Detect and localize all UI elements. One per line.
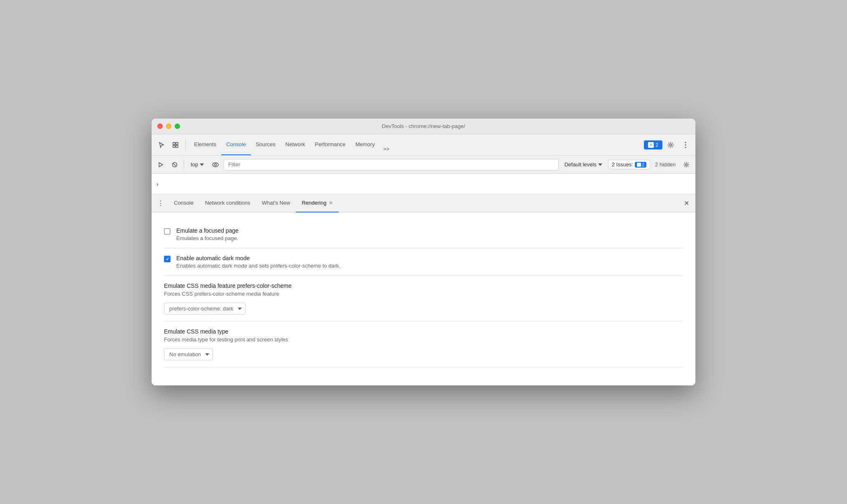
secondary-toolbar-divider (184, 160, 184, 170)
tab-sources[interactable]: Sources (251, 134, 281, 155)
maximize-button[interactable] (175, 124, 180, 129)
more-tabs-button[interactable]: >> (380, 142, 393, 155)
toolbar-divider (185, 139, 186, 151)
svg-rect-2 (173, 145, 175, 147)
auto-dark-mode-checkbox[interactable] (164, 256, 171, 262)
gear-icon (667, 142, 674, 148)
auto-dark-mode-description: Enables automatic dark mode and sets pre… (176, 263, 340, 269)
minimize-button[interactable] (166, 124, 171, 129)
prefers-color-scheme-section: Emulate CSS media feature prefers-color-… (164, 276, 683, 322)
svg-point-13 (686, 163, 687, 165)
media-type-title: Emulate CSS media type (164, 328, 683, 335)
issues-text: 2 Issues: (612, 161, 633, 168)
issues-badge[interactable]: 2 (644, 140, 662, 149)
hidden-count: 2 hidden (653, 161, 678, 168)
settings-button[interactable] (664, 138, 677, 152)
close-panel-button[interactable]: ✕ (681, 198, 692, 209)
svg-point-12 (215, 163, 217, 166)
titlebar: DevTools - chrome://new-tab-page/ (152, 119, 695, 134)
levels-chevron-icon (598, 163, 602, 166)
prefers-color-scheme-title: Emulate CSS media feature prefers-color-… (164, 282, 683, 289)
svg-rect-3 (176, 145, 178, 147)
bottom-tab-console[interactable]: Console (168, 194, 199, 212)
drawer-menu-button[interactable]: ⋮ (155, 198, 166, 209)
bottom-tabs-bar: ⋮ Console Network conditions What's New … (152, 194, 695, 212)
media-type-section: Emulate CSS media type Forces media type… (164, 322, 683, 367)
bottom-tab-rendering[interactable]: Rendering ✕ (296, 194, 339, 212)
badge-icon (637, 163, 641, 167)
console-prompt[interactable]: › (157, 181, 159, 187)
eye-icon (212, 162, 219, 167)
close-button[interactable] (157, 124, 163, 129)
console-gear-icon (683, 162, 689, 168)
context-selector[interactable]: top (187, 160, 207, 169)
tab-network[interactable]: Network (281, 134, 310, 155)
traffic-lights (157, 124, 180, 129)
bottom-tab-whats-new-label: What's New (262, 200, 290, 206)
main-toolbar: Elements Console Sources Network Perform… (152, 134, 695, 156)
devtools-window: DevTools - chrome://new-tab-page/ Elemen… (152, 119, 695, 385)
default-levels-label: Default levels (564, 161, 597, 168)
default-levels-button[interactable]: Default levels (561, 160, 606, 169)
rendering-content: Emulate a focused page Emulates a focuse… (152, 212, 695, 385)
tab-elements[interactable]: Elements (189, 134, 221, 155)
bottom-tab-network-conditions-label: Network conditions (205, 200, 250, 206)
svg-point-5 (685, 142, 686, 143)
block-icon (172, 162, 178, 168)
issues-count: 2 (655, 142, 658, 148)
play-icon (158, 162, 164, 168)
issues-badge-count: 2 (642, 162, 644, 167)
prefers-color-scheme-description: Forces CSS prefers-color-scheme media fe… (164, 291, 683, 297)
filter-input[interactable] (224, 159, 559, 170)
emulate-focused-text: Emulate a focused page Emulates a focuse… (176, 227, 239, 241)
bottom-tab-whats-new[interactable]: What's New (256, 194, 296, 212)
cursor-icon (158, 142, 165, 148)
emulate-focused-description: Emulates a focused page. (176, 235, 239, 241)
console-area: › (152, 174, 695, 194)
toolbar-right: 2 (644, 138, 692, 152)
emulate-focused-option: Emulate a focused page Emulates a focuse… (164, 221, 683, 248)
svg-point-4 (670, 144, 672, 146)
media-type-description: Forces media type for testing print and … (164, 336, 683, 343)
eye-button[interactable] (210, 159, 221, 170)
cursor-tool-button[interactable] (155, 138, 168, 152)
emulate-focused-checkbox[interactable] (164, 228, 171, 235)
issues-count-badge: 2 (635, 162, 646, 168)
issues-icon (648, 142, 654, 148)
auto-dark-mode-title: Enable automatic dark mode (176, 255, 340, 261)
window-title: DevTools - chrome://new-tab-page/ (382, 123, 465, 129)
bottom-tab-rendering-label: Rendering (302, 200, 326, 206)
svg-point-6 (685, 144, 686, 145)
inspect-icon (172, 142, 179, 148)
tab-memory[interactable]: Memory (351, 134, 380, 155)
more-options-button[interactable] (679, 138, 692, 152)
auto-dark-mode-option: Enable automatic dark mode Enables autom… (164, 248, 683, 276)
tab-performance[interactable]: Performance (310, 134, 350, 155)
bottom-tab-console-label: Console (174, 200, 194, 206)
svg-rect-1 (176, 142, 178, 145)
bottom-tab-network-conditions[interactable]: Network conditions (199, 194, 256, 212)
clear-console-button[interactable] (169, 159, 180, 170)
more-dots-icon (685, 142, 686, 148)
run-script-button[interactable] (155, 159, 166, 170)
emulate-focused-title: Emulate a focused page (176, 227, 239, 234)
chevron-down-icon (200, 163, 204, 166)
close-rendering-tab[interactable]: ✕ (329, 200, 333, 206)
prefers-color-scheme-select[interactable]: No emulation prefers-color-scheme: light… (164, 303, 246, 315)
secondary-toolbar: top Default levels 2 Issues: 2 2 hi (152, 156, 695, 174)
svg-rect-0 (173, 142, 175, 145)
auto-dark-mode-text: Enable automatic dark mode Enables autom… (176, 255, 340, 269)
rendering-options: Emulate a focused page Emulates a focuse… (152, 212, 695, 385)
context-label: top (191, 161, 198, 168)
bottom-panel: ⋮ Console Network conditions What's New … (152, 194, 695, 385)
toolbar-tabs: Elements Console Sources Network Perform… (189, 134, 643, 155)
tab-console[interactable]: Console (221, 134, 251, 155)
console-settings-button[interactable] (681, 159, 692, 170)
svg-point-7 (685, 147, 686, 148)
svg-marker-8 (159, 163, 163, 167)
inspect-button[interactable] (169, 138, 182, 152)
media-type-select[interactable]: No emulation print screen (164, 348, 213, 360)
svg-line-10 (173, 163, 176, 166)
svg-point-11 (213, 163, 218, 167)
issues-count-button[interactable]: 2 Issues: 2 (608, 160, 650, 169)
